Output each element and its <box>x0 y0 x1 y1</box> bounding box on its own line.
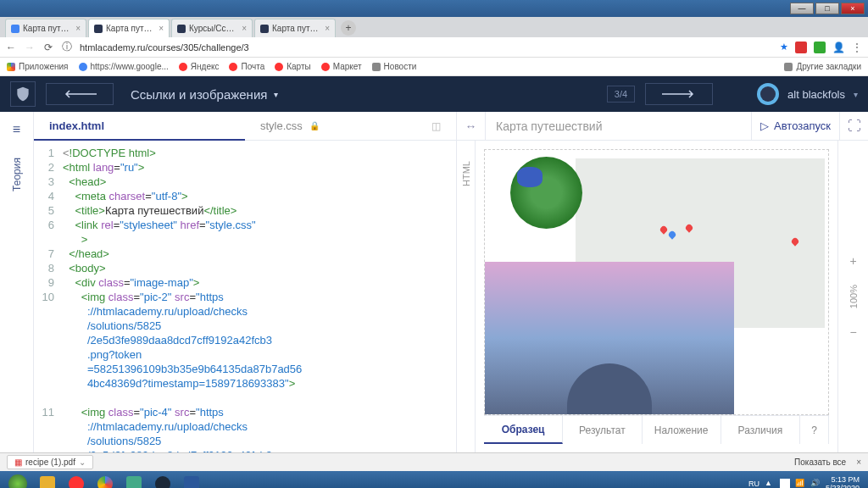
tab-diff[interactable]: Различия <box>721 416 800 444</box>
zoom-rail: + 100% − <box>837 141 868 452</box>
browser-tab[interactable]: Карта путешествий рейд фсфс× <box>5 19 86 37</box>
preview-body: HTML Образец Результат Наложение <box>457 141 868 452</box>
menu-icon[interactable]: ⋮ <box>851 42 863 53</box>
system-tray: RU ▲ 📶 🔊 5:13 PM 5/23/2020 <box>748 475 865 488</box>
code-area: index.html style.css🔒◫ 1234567891011 <!D… <box>34 112 457 452</box>
html-label: HTML <box>461 161 471 186</box>
split-icon[interactable]: ◫ <box>431 120 441 132</box>
bookmark-item[interactable]: Карты <box>275 62 311 71</box>
zoom-out-button[interactable]: − <box>849 325 856 339</box>
resize-handle[interactable]: ↔ <box>457 112 486 140</box>
taskbar-app[interactable] <box>92 473 119 488</box>
pdf-icon: ▦ <box>14 458 22 467</box>
fullscreen-button[interactable]: ⛶ <box>839 112 868 140</box>
network-icon[interactable]: 📶 <box>795 479 805 488</box>
taskbar-app[interactable] <box>178 473 205 488</box>
preview-render <box>484 149 829 415</box>
chevron-down-icon: ▾ <box>854 90 858 99</box>
close-icon[interactable]: × <box>75 24 81 33</box>
new-tab-button[interactable]: + <box>341 20 356 36</box>
code-content[interactable]: <!DOCTYPE html> <html lang="ru"> <head> … <box>59 141 456 452</box>
chevron-down-icon[interactable]: ⌄ <box>79 458 86 467</box>
chevron-down-icon: ▾ <box>274 90 278 99</box>
username: alt blackfols <box>787 88 845 101</box>
language-indicator[interactable]: RU <box>748 480 760 488</box>
taskbar-app[interactable] <box>63 473 90 488</box>
profile-icon[interactable]: 👤 <box>832 42 844 53</box>
html-rail[interactable]: HTML <box>457 141 476 452</box>
bookmark-item[interactable]: Маркет <box>321 62 362 71</box>
volume-icon[interactable]: 🔊 <box>810 479 821 488</box>
code-editor[interactable]: 1234567891011 <!DOCTYPE html> <html lang… <box>34 141 456 452</box>
tray-icon[interactable]: ▲ <box>765 479 775 488</box>
map-pin-icon <box>659 225 668 234</box>
gutter: 1234567891011 <box>34 141 59 452</box>
start-button[interactable] <box>3 473 32 488</box>
bookmark-item[interactable]: Новости <box>372 62 417 71</box>
tab-help[interactable]: ? <box>800 416 829 444</box>
file-tabs: index.html style.css🔒◫ <box>34 112 456 141</box>
close-downloads-button[interactable]: × <box>856 458 861 467</box>
browser-tab[interactable]: Карта путешествий — Ссылки× <box>88 19 170 37</box>
avatar <box>757 83 779 105</box>
mosque-image <box>485 262 734 414</box>
download-item[interactable]: ▦ recipe (1).pdf ⌄ <box>7 455 93 469</box>
info-icon[interactable]: ⓘ <box>61 42 73 53</box>
bookmark-item[interactable]: Яндекс <box>179 62 220 71</box>
zoom-in-button[interactable]: + <box>849 254 856 268</box>
globe-logo <box>510 157 582 229</box>
next-button[interactable] <box>645 83 713 105</box>
theory-tab[interactable]: Теория <box>11 158 23 191</box>
bookmark-item[interactable]: https://www.google... <box>79 62 169 71</box>
close-icon[interactable]: × <box>242 24 247 33</box>
preview-area: ↔ Карта путешествий ▷ Автозапуск ⛶ HTML <box>457 112 868 452</box>
back-button[interactable]: ← <box>5 42 17 53</box>
preview-tabs: Образец Результат Наложение Различия ? <box>484 415 829 444</box>
course-title-dropdown[interactable]: Ссылки и изображения ▾ <box>131 87 278 102</box>
clock[interactable]: 5:13 PM 5/23/2020 <box>826 475 860 488</box>
tab-result[interactable]: Результат <box>563 416 642 444</box>
autorun-button[interactable]: ▷ Автозапуск <box>751 112 839 140</box>
browser-tabstrip: Карта путешествий рейд фсфс× Карта путеш… <box>0 17 868 37</box>
browser-tab[interactable]: Карта путешествий - Курсы / С× <box>254 19 336 37</box>
play-icon: ▷ <box>760 119 769 132</box>
taskbar: RU ▲ 📶 🔊 5:13 PM 5/23/2020 <box>0 471 868 488</box>
taskbar-app[interactable] <box>149 473 176 488</box>
close-icon[interactable]: × <box>159 24 164 33</box>
url-text[interactable]: htmlacademy.ru/courses/305/challenge/3 <box>80 42 773 53</box>
extension-icon[interactable] <box>795 42 807 53</box>
url-bar: ← → ⟳ ⓘ htmlacademy.ru/courses/305/chall… <box>0 37 868 58</box>
close-icon[interactable]: × <box>325 24 330 33</box>
theory-rail: ≡ Теория <box>0 112 34 452</box>
prev-button[interactable] <box>46 83 114 105</box>
lock-icon: 🔒 <box>309 121 320 130</box>
app-header: Ссылки и изображения ▾ 3/4 alt blackfols… <box>0 76 868 112</box>
tab-style-css[interactable]: style.css🔒◫ <box>245 112 456 141</box>
close-button[interactable]: × <box>841 3 865 14</box>
other-bookmarks[interactable]: Другие закладки <box>784 62 861 71</box>
user-menu[interactable]: alt blackfols ▾ <box>757 83 858 105</box>
menu-button[interactable]: ≡ <box>13 122 20 137</box>
tab-index-html[interactable]: index.html <box>34 112 245 141</box>
extension-icon[interactable] <box>814 42 826 53</box>
preview-header: ↔ Карта путешествий ▷ Автозапуск ⛶ <box>457 112 868 141</box>
show-all-downloads[interactable]: Показать все <box>794 458 846 467</box>
arrow-right-icon <box>662 90 696 98</box>
bookmark-star-icon[interactable]: ★ <box>780 42 788 53</box>
taskbar-app[interactable] <box>34 473 61 488</box>
map-pin-icon <box>790 236 799 246</box>
tab-overlay[interactable]: Наложение <box>643 416 721 444</box>
forward-button[interactable]: → <box>24 42 36 53</box>
taskbar-app[interactable] <box>120 473 147 488</box>
bookmarks-bar: Приложения https://www.google... Яндекс … <box>0 58 868 76</box>
logo[interactable] <box>10 81 36 107</box>
apps-button[interactable]: Приложения <box>7 62 69 71</box>
browser-tab[interactable]: Курсы/Ссылки и изображения× <box>171 19 253 37</box>
bookmark-item[interactable]: Почта <box>229 62 264 71</box>
minimize-button[interactable]: — <box>790 3 814 14</box>
reload-button[interactable]: ⟳ <box>42 42 54 53</box>
maximize-button[interactable]: □ <box>815 3 839 14</box>
tab-sample[interactable]: Образец <box>484 416 563 444</box>
step-indicator[interactable]: 3/4 <box>607 86 635 103</box>
flag-icon[interactable] <box>780 479 790 488</box>
